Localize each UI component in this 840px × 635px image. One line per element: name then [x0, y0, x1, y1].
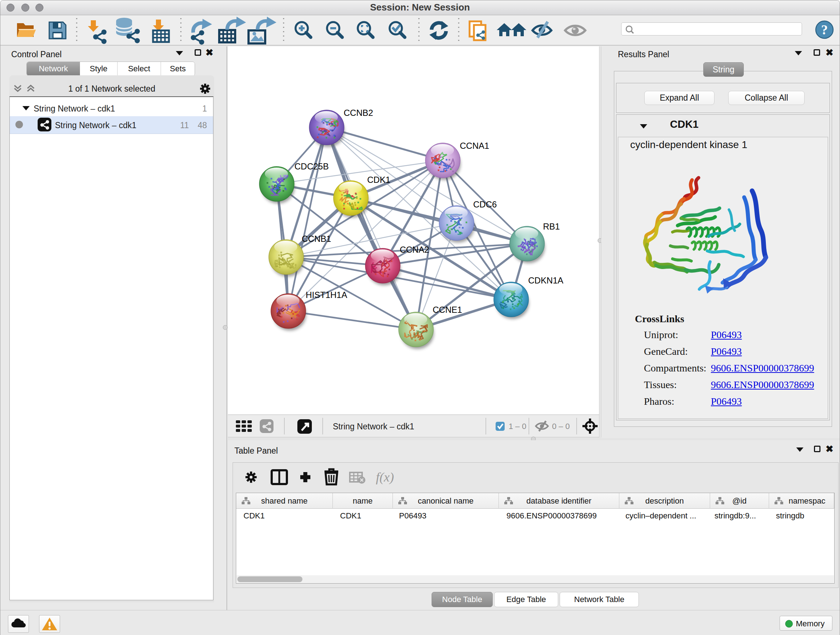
- svg-text:CCNB1: CCNB1: [302, 234, 331, 244]
- svg-text:?: ?: [821, 22, 828, 37]
- svg-text:RB1: RB1: [543, 222, 560, 231]
- svg-text:CCNB2: CCNB2: [344, 108, 373, 118]
- svg-text:f(x): f(x): [376, 470, 394, 485]
- svg-text:CDK1: CDK1: [367, 175, 390, 185]
- svg-text:CCNA1: CCNA1: [460, 141, 489, 150]
- svg-text:1 – 0: 1 – 0: [508, 422, 526, 431]
- svg-text:HIST1H1A: HIST1H1A: [306, 290, 347, 300]
- svg-text:CDKN1A: CDKN1A: [528, 276, 563, 285]
- svg-text:CCNA2: CCNA2: [400, 245, 429, 255]
- svg-text:CCNE1: CCNE1: [433, 305, 462, 315]
- svg-text:CDC25B: CDC25B: [294, 162, 329, 171]
- svg-text:String Network – cdk1: String Network – cdk1: [333, 422, 414, 431]
- svg-text:CDC6: CDC6: [473, 200, 497, 209]
- svg-text:0 – 0: 0 – 0: [552, 422, 570, 431]
